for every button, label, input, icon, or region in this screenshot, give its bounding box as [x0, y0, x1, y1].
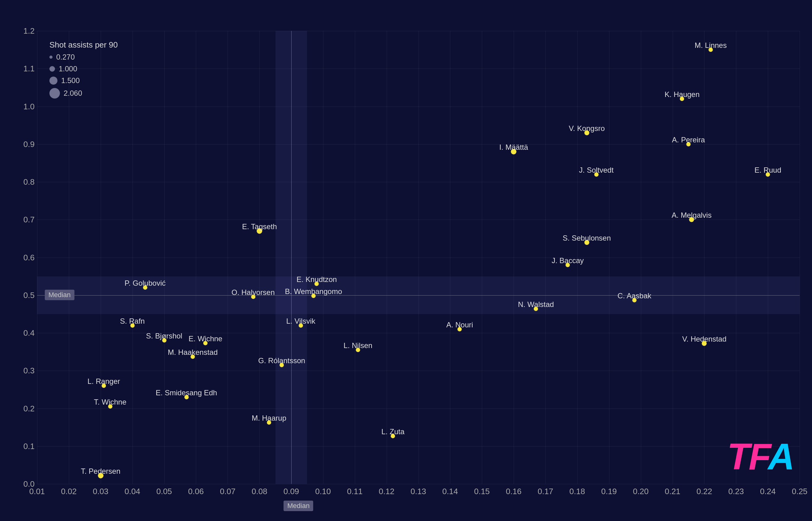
y-tick-label: 0.9: [23, 139, 35, 149]
grid-line-v: [514, 31, 514, 484]
data-point[interactable]: [680, 97, 684, 101]
data-point[interactable]: [251, 295, 255, 299]
y-tick-label: 1.2: [23, 26, 35, 36]
x-tick-label: 0.05: [156, 487, 172, 496]
y-tick-label: 0.5: [23, 290, 35, 300]
grid-line-v: [577, 31, 578, 484]
data-point[interactable]: [279, 363, 284, 367]
data-point[interactable]: [689, 217, 694, 222]
data-point[interactable]: [686, 142, 691, 146]
grid-line-v: [355, 31, 355, 484]
grid-line-v: [799, 31, 800, 484]
x-tick-label: 0.08: [252, 487, 268, 496]
data-point[interactable]: [391, 434, 395, 438]
y-tick-label: 0.8: [23, 177, 35, 187]
x-tick-label: 0.16: [506, 487, 522, 496]
grid-line-v: [641, 31, 641, 484]
data-point[interactable]: [102, 384, 106, 388]
data-point[interactable]: [708, 48, 713, 52]
data-point[interactable]: [299, 323, 303, 328]
data-point[interactable]: [98, 473, 104, 478]
data-point[interactable]: [257, 228, 262, 234]
median-line-h: [37, 295, 799, 296]
data-point[interactable]: [584, 240, 589, 245]
data-point[interactable]: [130, 323, 135, 328]
grid-line-v: [419, 31, 419, 484]
x-tick-label: 0.11: [347, 487, 363, 496]
data-point[interactable]: [594, 172, 599, 177]
data-point[interactable]: [584, 130, 589, 135]
x-tick-label: 0.22: [697, 487, 712, 496]
x-tick-label: 0.20: [633, 487, 649, 496]
legend-dot: [49, 66, 55, 72]
x-tick-label: 0.03: [93, 487, 108, 496]
grid-line-v: [768, 31, 768, 484]
legend-item: 1.500: [49, 76, 118, 85]
y-tick-label: 1.1: [23, 64, 35, 73]
median-badge-v: Median: [284, 501, 313, 511]
x-tick-label: 0.04: [125, 487, 140, 496]
x-tick-label: 0.24: [760, 487, 776, 496]
x-tick-label: 0.13: [410, 487, 426, 496]
legend-dot: [49, 88, 60, 98]
legend-label: 1.000: [59, 65, 77, 73]
data-point[interactable]: [184, 395, 189, 399]
grid-line-v: [545, 31, 546, 484]
grid-line-v: [482, 31, 482, 484]
x-tick-label: 0.19: [601, 487, 617, 496]
y-tick-label: 1.0: [23, 101, 35, 111]
data-point[interactable]: [766, 172, 770, 177]
x-tick-label: 0.02: [61, 487, 77, 496]
data-point[interactable]: [702, 341, 707, 346]
grid-line-v: [609, 31, 609, 484]
y-tick-label: 0.3: [23, 366, 35, 376]
data-point[interactable]: [356, 348, 360, 352]
legend-label: 2.060: [64, 89, 82, 97]
tfa-logo: TFA: [727, 435, 793, 478]
grid-line-v: [228, 31, 228, 484]
grid-line-v: [196, 31, 196, 484]
legend-item: 0.270: [49, 53, 118, 62]
legend-item: 1.000: [49, 65, 118, 73]
data-point[interactable]: [162, 338, 166, 342]
data-point[interactable]: [457, 327, 462, 332]
x-tick-label: 0.10: [315, 487, 331, 496]
x-tick-label: 0.15: [474, 487, 490, 496]
legend-dot: [49, 76, 58, 85]
x-tick-label: 0.12: [379, 487, 394, 496]
data-point[interactable]: [190, 355, 195, 359]
grid-line-v: [164, 31, 165, 484]
data-point[interactable]: [534, 307, 538, 311]
data-point[interactable]: [203, 341, 207, 345]
data-point[interactable]: [311, 294, 316, 298]
legend-label: 0.270: [56, 53, 75, 62]
grid-line-v: [260, 31, 260, 484]
x-tick-label: 0.07: [220, 487, 236, 496]
x-tick-label: 0.18: [569, 487, 585, 496]
grid-line-v: [450, 31, 450, 484]
x-tick-label: 0.14: [442, 487, 458, 496]
x-tick-label: 0.09: [284, 487, 299, 496]
x-tick-label: 0.06: [188, 487, 204, 496]
grid-line-v: [704, 31, 704, 484]
chart-container: 0.00.10.20.30.40.50.60.70.80.91.01.11.20…: [0, 0, 812, 521]
y-tick-label: 0.1: [23, 441, 35, 451]
plot-area: 0.00.10.20.30.40.50.60.70.80.91.01.11.20…: [37, 31, 799, 484]
data-point[interactable]: [267, 420, 271, 425]
y-tick-label: 0.2: [23, 404, 35, 413]
grid-line-h: [37, 484, 799, 484]
data-point[interactable]: [143, 285, 147, 290]
grid-line-v: [673, 31, 673, 484]
data-point[interactable]: [108, 404, 112, 409]
x-tick-label: 0.17: [538, 487, 554, 496]
median-line-v: [291, 31, 292, 484]
legend-item: 2.060: [49, 88, 118, 98]
data-point[interactable]: [314, 282, 319, 286]
data-point[interactable]: [511, 149, 516, 154]
legend-dot: [49, 55, 52, 59]
data-point[interactable]: [566, 263, 570, 267]
x-tick-label: 0.01: [29, 487, 45, 496]
median-badge-h: Median: [45, 290, 74, 300]
data-point[interactable]: [632, 298, 636, 302]
legend-title: Shot assists per 90: [49, 40, 118, 50]
